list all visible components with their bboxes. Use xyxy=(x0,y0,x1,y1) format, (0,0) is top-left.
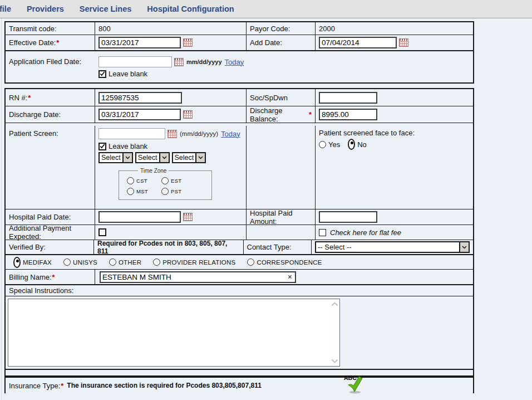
leave-blank-checkbox[interactable] xyxy=(98,70,106,78)
rn-number-input[interactable] xyxy=(98,92,182,104)
radio-pst[interactable] xyxy=(161,188,169,195)
chevron-down-icon xyxy=(125,156,130,159)
radio-yes[interactable] xyxy=(319,141,326,148)
insurance-type-label: Insurance Type: xyxy=(9,382,60,390)
transmit-code-label: Transmit code: xyxy=(6,22,95,35)
calendar-icon[interactable] xyxy=(183,110,193,119)
scroll-up-icon[interactable] xyxy=(331,302,338,306)
patient-screen-label: Patient Screen: xyxy=(6,126,95,209)
source-option-provider-relations[interactable]: PROVIDER RELATIONS xyxy=(153,258,235,266)
required-asterisk: * xyxy=(28,94,31,102)
screen-select-1[interactable]: Select xyxy=(98,152,133,163)
application-filed-date-row: Application Filed Date: mm/dd/yyyy Today… xyxy=(6,50,473,82)
flat-fee-checkbox[interactable] xyxy=(319,229,326,236)
patient-screen-row: Patient Screen: (mm/dd/yyyy) Today Leave… xyxy=(6,123,473,209)
discharge-date-input[interactable] xyxy=(98,109,181,120)
source-option-unisys[interactable]: UNISYS xyxy=(63,258,97,266)
radio-unisys[interactable] xyxy=(63,258,71,266)
date-format-hint: mm/dd/yyyy xyxy=(186,58,222,65)
today-link[interactable]: Today xyxy=(225,58,244,66)
radio-no[interactable] xyxy=(348,139,355,150)
empty-cell xyxy=(247,225,316,240)
additional-payment-row: Additional Payment Expected: Check here … xyxy=(6,225,473,240)
timezone-option-mst[interactable]: MST xyxy=(127,188,161,195)
radio-cst[interactable] xyxy=(127,177,134,184)
screen-select-2[interactable]: Select xyxy=(135,152,170,163)
timezone-option-pst[interactable]: PST xyxy=(161,188,196,195)
radio-medifax[interactable] xyxy=(13,257,21,268)
hospital-paid-row: Hospital Paid Date: Hospital Paid Amount… xyxy=(6,209,473,225)
additional-payment-label: Additional Payment Expected: xyxy=(6,225,95,240)
nav-item-file[interactable]: file xyxy=(0,4,11,13)
hospital-paid-amount-label: Hospital Paid Amount: xyxy=(247,209,316,225)
patient-screened-f2f-label: Patient screened face to face: xyxy=(319,129,470,137)
f2f-option-no[interactable]: No xyxy=(348,139,367,150)
special-instructions-header-row: Special Instructions: xyxy=(6,284,473,296)
radio-other[interactable] xyxy=(109,258,116,266)
required-asterisk: * xyxy=(52,273,55,281)
calendar-icon[interactable] xyxy=(183,38,193,47)
discharge-balance-label: Discharge Balance:* xyxy=(247,106,316,123)
time-zone-legend: Time Zone xyxy=(138,168,169,174)
section-gap xyxy=(4,84,474,88)
rn-soc-row: RN #:* Soc/SpDwn xyxy=(6,89,473,106)
billing-name-row: Billing Name:* × xyxy=(6,269,473,284)
required-asterisk: * xyxy=(56,38,59,47)
hospital-paid-date-input[interactable] xyxy=(98,211,181,223)
timezone-option-cst[interactable]: CST xyxy=(127,177,161,184)
radio-provider-relations[interactable] xyxy=(153,258,160,266)
special-instructions-textarea-frame xyxy=(8,299,340,367)
calendar-icon[interactable] xyxy=(183,213,193,221)
special-instructions-label: Special Instructions: xyxy=(6,285,473,296)
discharge-balance-input[interactable] xyxy=(319,109,377,120)
insurance-section: Insurance Type:* The insurance section i… xyxy=(4,377,474,393)
required-asterisk: * xyxy=(309,110,312,119)
source-option-correspondence[interactable]: CORRESPONDENCE xyxy=(247,258,322,266)
radio-est[interactable] xyxy=(161,177,169,184)
chevron-down-icon xyxy=(162,156,167,159)
clear-icon[interactable]: × xyxy=(288,273,292,281)
calendar-icon[interactable] xyxy=(174,58,184,66)
page-left-edge xyxy=(1,18,2,400)
additional-payment-checkbox[interactable] xyxy=(98,228,106,236)
contact-type-label: Contact Type: xyxy=(244,240,312,254)
today-link[interactable]: Today xyxy=(221,130,240,138)
special-instructions-row: ABC xyxy=(6,296,473,369)
patient-screen-date-input[interactable] xyxy=(98,128,165,139)
screen-select-3[interactable]: Select xyxy=(172,152,206,163)
patient-details-section: RN #:* Soc/SpDwn Discharge Date: Dischar… xyxy=(4,88,474,370)
effective-date-input[interactable] xyxy=(98,37,181,48)
application-filed-date-input[interactable] xyxy=(98,56,172,67)
f2f-option-yes[interactable]: Yes xyxy=(319,140,340,149)
flat-fee-label: Check here for flat fee xyxy=(330,228,401,237)
source-option-medifax[interactable]: MEDIFAX xyxy=(13,257,52,268)
timezone-option-est[interactable]: EST xyxy=(161,177,196,184)
billing-name-input[interactable] xyxy=(100,271,296,283)
special-instructions-textarea[interactable] xyxy=(8,299,339,366)
leave-blank-label: Leave blank xyxy=(109,70,147,78)
source-option-other[interactable]: OTHER xyxy=(109,258,141,266)
soc-spdwn-input[interactable] xyxy=(319,92,377,104)
textarea-scrollbar[interactable] xyxy=(330,300,339,365)
nav-item-service-lines[interactable]: Service Lines xyxy=(80,4,132,13)
verification-source-row: MEDIFAX UNISYS OTHER PROVIDER RELATIONS … xyxy=(6,254,473,269)
check-icon xyxy=(100,71,105,77)
transmit-code-value: 800 xyxy=(95,22,247,35)
codes-dates-section: Transmit code: 800 Payor Code: 2000 Effe… xyxy=(4,21,474,84)
chevron-down-icon xyxy=(198,156,203,159)
calendar-icon[interactable] xyxy=(399,38,408,47)
hospital-paid-amount-input[interactable] xyxy=(319,211,377,223)
discharge-row: Discharge Date: Discharge Balance:* xyxy=(6,106,473,123)
radio-correspondence[interactable] xyxy=(247,258,254,266)
verified-by-row: Verified By: Required for Pcodes not in … xyxy=(6,240,473,254)
add-date-input[interactable] xyxy=(319,37,397,48)
scroll-down-icon[interactable] xyxy=(331,359,338,363)
radio-mst[interactable] xyxy=(127,188,134,195)
contact-type-select[interactable]: -- Select -- xyxy=(315,241,470,253)
nav-item-providers[interactable]: Providers xyxy=(27,4,64,13)
top-navigation: file Providers Service Lines Hospital Co… xyxy=(0,0,532,18)
form-wrapper: Transmit code: 800 Payor Code: 2000 Effe… xyxy=(4,21,474,393)
leave-blank-checkbox[interactable] xyxy=(98,143,106,150)
calendar-icon[interactable] xyxy=(168,130,177,138)
nav-item-hospital-configuration[interactable]: Hospital Configuration xyxy=(147,4,234,13)
